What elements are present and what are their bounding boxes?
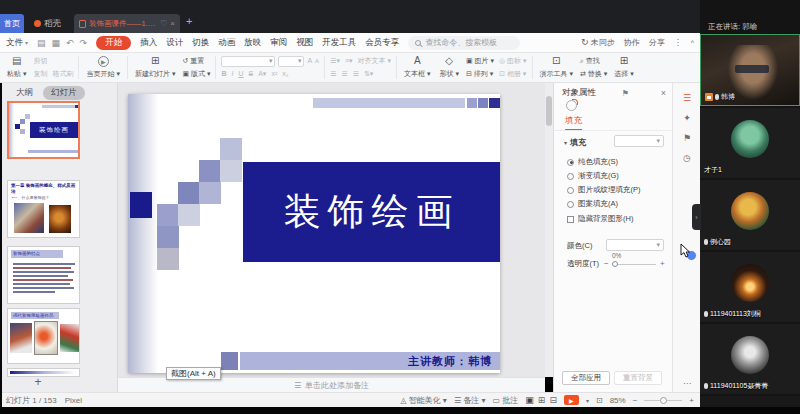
present-tools-button[interactable]: ⊡ 演示工具 ▾ — [538, 55, 575, 80]
fill-preset-select[interactable]: ▾ — [614, 135, 664, 147]
menu-tab-member[interactable]: 会员专享 — [365, 37, 399, 49]
zoom-slider-knob[interactable] — [660, 397, 667, 404]
zoom-slider[interactable] — [644, 400, 682, 401]
slide-footer-text[interactable]: 主讲教师：韩博 — [240, 352, 492, 370]
align-center-icon[interactable]: ☰ — [341, 68, 347, 80]
strikethrough-button[interactable]: S — [249, 68, 254, 80]
menu-file[interactable]: 文件▾ — [6, 37, 28, 49]
more-menu-icon[interactable]: ⋮ — [674, 38, 682, 47]
copy-button[interactable]: 复制 — [33, 68, 47, 80]
slide-thumbnail-3[interactable]: 装饰画的特点 — [7, 246, 80, 304]
tab-docer[interactable]: 稻壳 — [28, 14, 67, 33]
slide-thumbnail-1[interactable]: 装饰绘画 — [7, 101, 80, 159]
option-gradient-fill[interactable]: 渐变填充(G) — [567, 171, 619, 181]
format-painter-button[interactable]: 格式刷 — [52, 68, 73, 80]
sync-status[interactable]: ↻ 未同步 — [581, 37, 615, 48]
transparency-plus[interactable]: + — [660, 259, 665, 268]
transparency-slider[interactable] — [612, 264, 656, 265]
font-family-select[interactable]: ▾ — [221, 56, 275, 67]
video-tile-teacher[interactable]: 韩博 — [700, 34, 800, 106]
increase-font-icon[interactable]: A — [307, 55, 312, 67]
bookmark-pane-icon[interactable]: ⚑ — [673, 133, 701, 143]
history-pane-icon[interactable]: ◷ — [673, 153, 701, 163]
italic-button[interactable]: I — [232, 68, 234, 80]
save-icon[interactable]: ▤ — [37, 38, 46, 48]
close-tab-icon[interactable]: × — [170, 19, 175, 28]
menu-tab-view[interactable]: 视图 — [296, 37, 313, 49]
video-tile-2[interactable]: 才子1 — [700, 108, 800, 178]
sorter-view-icon[interactable]: ⊞ — [538, 395, 546, 405]
fill-tab[interactable]: 填充 — [565, 115, 582, 131]
share-button[interactable]: 分享 — [649, 37, 665, 48]
new-slide-button[interactable]: ⊞ 新建幻灯片 ▾ — [133, 55, 177, 80]
zoom-out-button[interactable]: − — [633, 396, 638, 405]
tab-outline[interactable]: 大纲 — [16, 87, 33, 99]
menu-tab-home[interactable]: 开始 — [96, 36, 131, 50]
slide-thumbnail-4[interactable]: 现代装饰派绘画作品 — [7, 308, 80, 364]
play-from-current-button[interactable]: ▶ 当页开始 ▾ — [84, 55, 121, 80]
video-tile-4[interactable]: 1119401113刘桐 — [700, 252, 800, 322]
tab-document[interactable]: 装饰画课件——1.pptx ♡ × — [74, 14, 180, 33]
reading-view-icon[interactable]: ⊟ — [549, 395, 557, 405]
underline-button[interactable]: U — [238, 68, 243, 80]
find-button[interactable]: ⌕ 查找 — [580, 55, 607, 67]
normal-view-icon[interactable]: ▣ — [525, 395, 534, 405]
bold-button[interactable]: B — [221, 68, 226, 80]
properties-pane-icon[interactable]: ☰ — [673, 93, 701, 103]
tab-slides[interactable]: 幻灯片 — [43, 86, 85, 100]
favorite-icon[interactable]: ♡ — [160, 19, 167, 28]
font-color-icon[interactable]: A▾ — [258, 68, 266, 80]
comments-toggle[interactable]: ▭ 批注 — [493, 395, 519, 406]
text-box-button[interactable]: A 文本框 ▾ — [402, 55, 432, 80]
print-icon[interactable]: ▦ — [52, 38, 61, 48]
option-pattern-fill[interactable]: 图案填充(A) — [567, 199, 618, 209]
menu-tab-animation[interactable]: 动画 — [218, 37, 235, 49]
tab-wps-home[interactable]: 首页 — [0, 14, 24, 33]
bullets-icon[interactable]: ☰▾ — [330, 55, 340, 67]
select-button[interactable]: ⊞ 选择 ▾ — [612, 55, 635, 80]
paste-button[interactable]: ▤ 粘贴 ▾ — [5, 55, 28, 80]
radio[interactable] — [567, 187, 574, 194]
album-button[interactable]: ⊡ 相册 ▾ — [499, 68, 527, 80]
collaborate-button[interactable]: 协作 — [624, 37, 640, 48]
apply-all-button[interactable]: 全部应用 — [562, 371, 610, 385]
section-collapse-icon[interactable]: ▾ — [564, 139, 567, 146]
menu-tab-slideshow[interactable]: 放映 — [244, 37, 261, 49]
menu-tab-developer[interactable]: 开发工具 — [322, 37, 356, 49]
beautify-button[interactable]: ◬ 智能美化 ▾ — [400, 395, 447, 406]
slide[interactable]: 装饰绘画 主讲教师：韩博 — [128, 94, 500, 373]
numbering-icon[interactable]: ≡▾ — [345, 55, 353, 67]
arrange-button[interactable]: ⊟ 排列 ▾ — [466, 68, 494, 80]
notes-toggle[interactable]: ☰ 备注 ▾ — [454, 395, 486, 406]
option-picture-fill[interactable]: 图片或纹理填充(P) — [567, 185, 641, 195]
fit-window-icon[interactable]: ⊡ — [596, 396, 603, 405]
superscript-icon[interactable]: x² — [271, 68, 277, 80]
new-tab-button[interactable]: + — [186, 15, 192, 27]
shapes-button[interactable]: ◇ 形状 ▾ — [437, 55, 460, 80]
collapse-ribbon-icon[interactable]: ^ — [691, 39, 694, 46]
decrease-font-icon[interactable]: A — [315, 55, 319, 67]
undo-icon[interactable]: ↶ — [66, 38, 74, 48]
pin-icon[interactable]: ⚑ — [622, 89, 629, 98]
slideshow-play-button[interactable]: ▶ — [564, 395, 579, 405]
menu-tab-review[interactable]: 审阅 — [270, 37, 287, 49]
picture-button[interactable]: ▣ 图片 ▾ — [466, 55, 494, 67]
panel-collapse-handle[interactable]: › — [692, 204, 701, 230]
more-panes-icon[interactable]: ⋯ — [673, 379, 701, 388]
canvas-scrollbar-thumb[interactable] — [546, 96, 552, 126]
font-size-select[interactable]: ▾ — [278, 56, 304, 67]
zoom-level[interactable]: 85% — [610, 396, 626, 405]
quick-access-toolbar[interactable]: ▤ ▦ ↶ ↷ — [37, 38, 87, 48]
color-select[interactable]: ▾ — [606, 239, 664, 251]
radio-selected[interactable] — [567, 159, 574, 166]
replace-button[interactable]: ⇄ 替换 ▾ — [580, 68, 607, 80]
layout-button[interactable]: ▣ 版式 ▾ — [182, 68, 210, 80]
align-right-icon[interactable]: ☰ — [353, 68, 359, 80]
transparency-minus[interactable]: − — [604, 259, 609, 268]
video-tile-5[interactable]: 1119401105聂菁菁 — [700, 324, 800, 394]
transparency-knob[interactable] — [612, 261, 618, 267]
video-tile-3[interactable]: 例心园 — [700, 180, 800, 250]
option-hide-background[interactable]: 隐藏背景图形(H) — [567, 214, 633, 224]
menu-tab-transition[interactable]: 切换 — [192, 37, 209, 49]
effects-pane-icon[interactable]: ✦ — [673, 113, 701, 123]
